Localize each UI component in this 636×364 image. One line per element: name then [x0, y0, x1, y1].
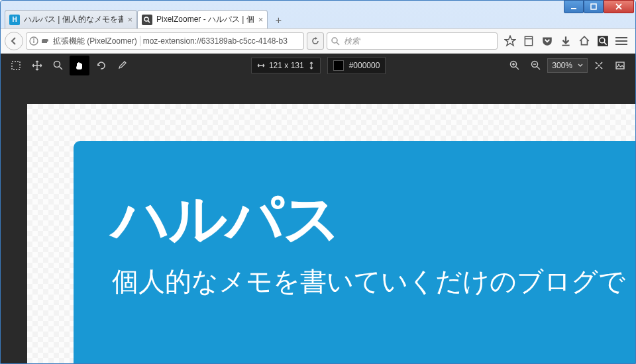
zoom-in-icon[interactable] — [505, 56, 525, 75]
color-hex-value: #000000 — [349, 61, 380, 70]
url-prefix-label: 拡張機能 (PixelZoomer) — [53, 36, 137, 47]
tab-title: ハルパス | 個人的なメモを書 — [24, 14, 123, 25]
reload-button[interactable] — [307, 32, 324, 50]
tab-strip: H ハルパス | 個人的なメモを書 × PixelZoomer - ハルパス |… — [1, 9, 635, 28]
canvas-viewport[interactable]: ハルパス 個人的なメモを書いていくだけのブログで — [1, 77, 635, 363]
svg-point-4 — [33, 38, 34, 40]
info-icon — [29, 36, 38, 46]
tab-close-icon[interactable]: × — [258, 15, 264, 24]
site-subheading: 個人的なメモを書いていくだけのブログで — [112, 263, 635, 300]
zoom-out-icon[interactable] — [526, 56, 546, 75]
nav-bar: 拡張機能 (PixelZoomer) moz-extension://63318… — [1, 28, 635, 54]
pocket-icon[interactable] — [541, 35, 553, 47]
hand-tool-icon[interactable] — [70, 56, 89, 75]
svg-point-6 — [332, 38, 337, 43]
color-display: #000000 — [327, 57, 386, 74]
downloads-icon[interactable] — [560, 35, 572, 47]
zoom-value: 300% — [552, 61, 572, 70]
tab-close-icon[interactable]: × — [127, 15, 132, 24]
svg-rect-11 — [12, 62, 20, 69]
home-icon[interactable] — [578, 35, 590, 47]
site-banner: ハルパス 個人的なメモを書いていくだけのブログで — [74, 141, 635, 363]
browser-tab[interactable]: H ハルパス | 個人的なメモを書 × — [5, 10, 137, 28]
zoom-tool-icon[interactable] — [48, 56, 68, 75]
dimensions-value: 121 x 131 — [269, 61, 304, 70]
back-button[interactable] — [5, 32, 23, 50]
settings-icon[interactable] — [589, 56, 609, 75]
svg-rect-8 — [562, 45, 569, 46]
dimensions-display: 121 x 131 — [251, 58, 321, 73]
svg-rect-16 — [616, 62, 624, 69]
svg-point-15 — [598, 65, 600, 67]
eyedropper-tool-icon[interactable] — [112, 56, 132, 75]
magnifier-favicon-icon — [142, 15, 152, 25]
app-toolbar: 121 x 131 #000000 300% — [1, 54, 635, 77]
new-tab-button[interactable]: + — [270, 13, 286, 28]
extension-icon — [41, 36, 50, 46]
svg-rect-7 — [525, 36, 532, 46]
horizontal-arrows-icon — [257, 62, 265, 69]
site-heading: ハルパス — [112, 181, 635, 258]
bookmark-star-icon[interactable] — [504, 35, 516, 47]
library-icon[interactable] — [523, 35, 535, 47]
svg-point-2 — [144, 17, 148, 21]
zoom-level-select[interactable]: 300% — [547, 58, 588, 73]
move-tool-icon[interactable] — [27, 56, 47, 75]
menu-button[interactable] — [615, 35, 627, 47]
search-icon — [331, 37, 340, 46]
zoomed-page: ハルパス 個人的なメモを書いていくだけのブログで — [27, 104, 635, 363]
pixelzoomer-icon[interactable] — [597, 35, 609, 47]
url-text: moz-extension://633189ab-c5cc-4148-b3 — [143, 36, 288, 46]
window-titlebar — [1, 1, 635, 9]
marquee-tool-icon[interactable] — [6, 56, 26, 75]
url-bar[interactable]: 拡張機能 (PixelZoomer) moz-extension://63318… — [26, 32, 304, 50]
svg-point-17 — [618, 64, 619, 66]
browser-tab-active[interactable]: PixelZoomer - ハルパス | 個 × — [137, 10, 268, 28]
undo-icon[interactable] — [91, 56, 111, 75]
h-favicon-icon: H — [9, 15, 20, 25]
vertical-arrows-icon — [308, 62, 315, 69]
image-icon[interactable] — [610, 56, 630, 75]
tab-title: PixelZoomer - ハルパス | 個 — [156, 14, 254, 25]
svg-point-12 — [54, 62, 60, 68]
search-placeholder: 検索 — [344, 36, 360, 47]
chevron-down-icon — [578, 64, 583, 68]
color-swatch — [333, 60, 344, 71]
search-box[interactable]: 検索 — [327, 32, 498, 50]
svg-rect-5 — [33, 40, 34, 43]
